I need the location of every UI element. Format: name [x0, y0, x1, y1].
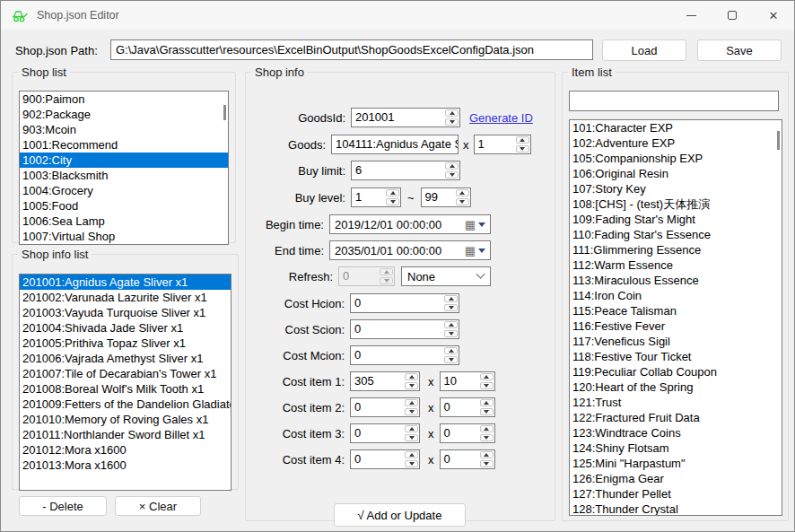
cost-item-count-spinner[interactable]: 0	[440, 423, 495, 443]
maximize-button[interactable]	[712, 1, 753, 30]
list-item[interactable]: 1003:Blacksmith	[20, 168, 228, 183]
spin-up-icon[interactable]	[405, 373, 418, 380]
list-item[interactable]: 122:Fractured Fruit Data	[570, 410, 782, 425]
list-item[interactable]: 111:Glimmering Essence	[570, 242, 782, 257]
spin-up-icon[interactable]	[405, 399, 418, 406]
list-item[interactable]: 1002:City	[20, 153, 228, 168]
spin-up-icon[interactable]	[405, 425, 418, 432]
cost-item-count-spinner[interactable]: 0	[440, 397, 495, 417]
dropdown-arrow-icon[interactable]	[478, 222, 485, 227]
scrollbar-thumb[interactable]	[223, 105, 226, 120]
spin-up-icon[interactable]	[444, 347, 458, 354]
end-time-picker[interactable]: 2035/01/01 00:00:00 ▦	[329, 240, 491, 260]
list-item[interactable]: 1004:Grocery	[20, 183, 228, 198]
list-item[interactable]: 128:Thunder Crystal	[570, 501, 782, 516]
list-item[interactable]: 110:Fading Star's Essence	[570, 227, 782, 242]
buy-level-max-spinner[interactable]: 99	[421, 188, 471, 207]
list-item[interactable]: 121:Trust	[570, 395, 782, 410]
item-search-input[interactable]	[569, 91, 779, 111]
list-item[interactable]: 123:Windtrace Coins	[570, 425, 782, 440]
refresh-mode-select[interactable]: None	[401, 266, 491, 286]
list-item[interactable]: 118:Festive Tour Ticket	[570, 349, 782, 364]
path-input[interactable]	[110, 39, 593, 60]
clear-button[interactable]: × Clear	[115, 496, 201, 516]
list-item[interactable]: 107:Story Key	[570, 181, 782, 196]
cost-hcion-spinner[interactable]: 0	[350, 293, 459, 313]
list-item[interactable]: 126:Enigma Gear	[570, 471, 782, 486]
spin-up-icon[interactable]	[516, 136, 529, 144]
delete-button[interactable]: - Delete	[19, 496, 107, 516]
goods-input[interactable]: 104111:Agnidus Agate S	[331, 135, 459, 154]
list-item[interactable]: 1005:Food	[20, 198, 228, 214]
list-item[interactable]: 105:Companionship EXP	[570, 151, 782, 166]
list-item[interactable]: 116:Festive Fever	[570, 318, 782, 334]
list-item[interactable]: 201009:Fetters of the Dandelion Gladiato	[20, 397, 231, 412]
spin-down-icon[interactable]	[516, 145, 529, 153]
list-item[interactable]: 201008:Boreal Wolf's Milk Tooth x1	[20, 381, 231, 397]
spin-up-icon[interactable]	[480, 373, 494, 380]
generate-id-link[interactable]: Generate ID	[469, 111, 533, 125]
cost-item-count-spinner[interactable]: 10	[440, 371, 495, 391]
item-listbox[interactable]: 101:Character EXP102:Adventure EXP105:Co…	[569, 119, 782, 516]
buy-level-min-spinner[interactable]: 1	[351, 188, 401, 207]
spin-down-icon[interactable]	[405, 408, 418, 415]
spin-down-icon[interactable]	[405, 382, 418, 389]
buy-limit-spinner[interactable]: 6	[351, 161, 460, 180]
spin-up-icon[interactable]	[480, 425, 494, 432]
list-item[interactable]: 201012:Mora x1600	[20, 442, 231, 458]
list-item[interactable]: 109:Fading Star's Might	[570, 212, 782, 227]
spin-down-icon[interactable]	[480, 408, 494, 415]
list-item[interactable]: 101:Character EXP	[570, 120, 782, 135]
spin-up-icon[interactable]	[444, 321, 458, 328]
list-item[interactable]: 106:Original Resin	[570, 166, 782, 181]
spin-up-icon[interactable]	[445, 109, 459, 117]
spin-up-icon[interactable]	[405, 451, 418, 458]
shop-listbox[interactable]: 900:Paimon902:Package903:Mcoin1001:Recom…	[19, 91, 229, 245]
list-item[interactable]: 108:[CHS] - (test)天体推演	[570, 196, 782, 212]
spin-down-icon[interactable]	[480, 460, 494, 467]
list-item[interactable]: 124:Shiny Flotsam	[570, 440, 782, 456]
list-item[interactable]: 113:Miraculous Essence	[570, 273, 782, 288]
list-item[interactable]: 201013:Mora x1600	[20, 458, 231, 473]
spin-down-icon[interactable]	[444, 356, 458, 363]
cost-item-id-spinner[interactable]: 0	[350, 423, 420, 443]
shop-info-listbox[interactable]: 201001:Agnidus Agate Sliver x1201002:Var…	[19, 274, 232, 491]
list-item[interactable]: 201003:Vayuda Turquoise Sliver x1	[20, 305, 231, 320]
spin-up-icon[interactable]	[445, 162, 459, 170]
save-button[interactable]: Save	[697, 39, 782, 61]
spin-down-icon[interactable]	[386, 198, 399, 205]
add-or-update-button[interactable]: √ Add or Update	[334, 503, 466, 527]
cost-item-id-spinner[interactable]: 0	[350, 449, 420, 469]
list-item[interactable]: 120:Heart of the Spring	[570, 379, 782, 395]
list-item[interactable]: 201011:Northlander Sword Billet x1	[20, 427, 231, 442]
spin-down-icon[interactable]	[444, 330, 458, 337]
spin-down-icon[interactable]	[445, 171, 459, 179]
spin-down-icon[interactable]	[480, 382, 494, 389]
list-item[interactable]: 125:Mini "Harpastum"	[570, 456, 782, 471]
cost-scion-spinner[interactable]: 0	[350, 319, 459, 339]
list-item[interactable]: 115:Peace Talisman	[570, 303, 782, 318]
list-item[interactable]: 1007:Virtual Shop	[20, 229, 228, 244]
list-item[interactable]: 900:Paimon	[20, 92, 228, 107]
list-item[interactable]: 201002:Varunada Lazurite Sliver x1	[20, 290, 231, 305]
list-item[interactable]: 1001:Recommend	[20, 137, 228, 153]
list-item[interactable]: 201006:Vajrada Amethyst Sliver x1	[20, 351, 231, 366]
spin-up-icon[interactable]	[456, 189, 469, 196]
list-item[interactable]: 1006:Sea Lamp	[20, 214, 228, 229]
list-item[interactable]: 119:Peculiar Collab Coupon	[570, 364, 782, 379]
cost-item-id-spinner[interactable]: 0	[350, 397, 420, 417]
list-item[interactable]: 902:Package	[20, 107, 228, 122]
begin-time-picker[interactable]: 2019/12/01 00:00:00 ▦	[329, 214, 491, 234]
list-item[interactable]: 112:Warm Essence	[570, 257, 782, 273]
scrollbar-thumb[interactable]	[777, 131, 780, 150]
spin-down-icon[interactable]	[444, 304, 458, 311]
minimize-button[interactable]	[670, 1, 712, 30]
list-item[interactable]: 201007:Tile of Decarabian's Tower x1	[20, 366, 231, 381]
list-item[interactable]: 903:Mcoin	[20, 122, 228, 137]
goods-count-spinner[interactable]: 1	[474, 135, 531, 154]
cost-item-id-spinner[interactable]: 305	[350, 371, 420, 391]
list-item[interactable]: 201010:Memory of Roving Gales x1	[20, 412, 231, 427]
goodsid-spinner[interactable]: 201001	[351, 108, 460, 127]
list-item[interactable]: 117:Veneficus Sigil	[570, 334, 782, 349]
spin-down-icon[interactable]	[445, 118, 459, 126]
